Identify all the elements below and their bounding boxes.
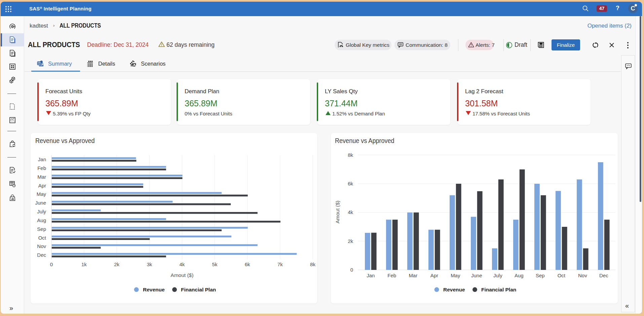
- svg-text:2k: 2k: [348, 238, 353, 244]
- svg-text:7k: 7k: [277, 261, 283, 267]
- svg-text:Amout ($): Amout ($): [335, 201, 340, 223]
- svg-text:July: July: [37, 209, 46, 214]
- svg-text:Feb: Feb: [37, 165, 46, 171]
- svg-text:Aug: Aug: [37, 217, 46, 223]
- svg-text:Revenue vs Approved: Revenue vs Approved: [35, 137, 95, 145]
- svg-text:Dec: Dec: [37, 252, 46, 258]
- svg-text:Aug: Aug: [515, 273, 524, 278]
- svg-text:June: June: [35, 200, 46, 206]
- svg-text:8k: 8k: [310, 261, 315, 267]
- svg-text:Revenue vs Approved: Revenue vs Approved: [335, 137, 394, 145]
- svg-text:4k: 4k: [179, 261, 185, 267]
- svg-text:Financial Plan: Financial Plan: [181, 287, 216, 292]
- svg-text:Sep: Sep: [37, 226, 46, 232]
- svg-text:Apr: Apr: [430, 273, 438, 278]
- svg-text:Jan: Jan: [38, 156, 46, 162]
- svg-text:Dec: Dec: [599, 273, 608, 278]
- svg-text:Mar: Mar: [409, 273, 417, 278]
- svg-text:Oct: Oct: [558, 273, 566, 278]
- svg-text:Sep: Sep: [536, 273, 545, 278]
- svg-text:Apr: Apr: [38, 183, 46, 188]
- svg-text:June: June: [471, 273, 482, 278]
- svg-text:2k: 2k: [114, 261, 119, 267]
- svg-text:8k: 8k: [348, 152, 353, 158]
- svg-text:0: 0: [50, 261, 53, 267]
- svg-text:Oct: Oct: [38, 235, 46, 241]
- svg-text:Nov: Nov: [578, 273, 587, 278]
- svg-text:May: May: [37, 191, 46, 197]
- svg-text:Financial Plan: Financial Plan: [481, 287, 516, 292]
- svg-text:Jan: Jan: [367, 273, 375, 278]
- svg-text:6k: 6k: [348, 181, 353, 186]
- svg-text:3k: 3k: [147, 261, 152, 267]
- svg-text:July: July: [493, 273, 502, 278]
- svg-text:Amout ($): Amout ($): [171, 272, 193, 278]
- svg-text:May: May: [451, 273, 460, 278]
- svg-text:Feb: Feb: [387, 273, 396, 278]
- svg-text:6k: 6k: [245, 261, 250, 267]
- svg-text:Revenue: Revenue: [143, 287, 165, 292]
- svg-text:5k: 5k: [212, 261, 218, 267]
- svg-text:4k: 4k: [348, 209, 353, 215]
- svg-text:Nov: Nov: [37, 243, 46, 249]
- svg-text:0: 0: [350, 267, 353, 273]
- svg-text:Revenue: Revenue: [443, 287, 465, 292]
- svg-text:1k: 1k: [81, 261, 87, 267]
- svg-text:Mar: Mar: [37, 174, 46, 180]
